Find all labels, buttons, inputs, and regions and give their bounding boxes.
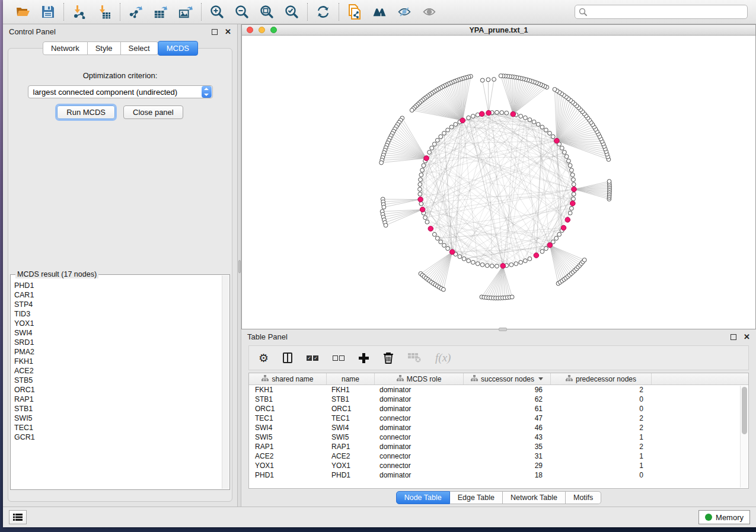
- graph-node[interactable]: [454, 123, 458, 127]
- table-cell[interactable]: dominator: [375, 404, 464, 414]
- delete-column-icon[interactable]: [383, 351, 394, 365]
- graph-node[interactable]: [479, 111, 484, 117]
- table-row[interactable]: SWI4SWI4dominator462: [249, 423, 748, 432]
- save-session-icon[interactable]: [41, 5, 55, 19]
- graph-node[interactable]: [548, 131, 552, 135]
- deselect-all-icon[interactable]: [333, 351, 344, 365]
- graph-node[interactable]: [419, 201, 423, 206]
- graph-node[interactable]: [563, 150, 567, 155]
- table-cell[interactable]: connector: [375, 414, 464, 423]
- graph-node[interactable]: [480, 78, 484, 82]
- graph-node[interactable]: [570, 168, 574, 172]
- graph-node[interactable]: [428, 226, 433, 232]
- table-cell[interactable]: 2: [551, 442, 652, 451]
- graph-node[interactable]: [492, 78, 496, 82]
- graph-node[interactable]: [499, 74, 503, 78]
- table-cell[interactable]: SWI5: [327, 432, 375, 442]
- graph-node[interactable]: [486, 110, 492, 116]
- mcds-result-item[interactable]: ACE2: [14, 366, 229, 376]
- tab-motifs[interactable]: Motifs: [566, 491, 601, 504]
- graph-edge[interactable]: [503, 266, 512, 297]
- graph-node[interactable]: [534, 253, 539, 258]
- table-cell[interactable]: connector: [375, 461, 464, 470]
- table-cell[interactable]: 2: [551, 385, 652, 395]
- import-table-icon[interactable]: [97, 5, 111, 19]
- task-history-button[interactable]: [9, 510, 27, 524]
- graph-node[interactable]: [418, 182, 422, 187]
- column-header-successor-nodes[interactable]: successor nodes: [464, 373, 551, 384]
- column-header-name[interactable]: name: [327, 373, 375, 384]
- graph-node[interactable]: [511, 111, 516, 117]
- graph-node[interactable]: [572, 178, 576, 182]
- table-cell[interactable]: 1: [551, 432, 652, 442]
- mcds-result-item[interactable]: STB5: [14, 376, 229, 385]
- graph-node[interactable]: [528, 118, 532, 122]
- graph-node[interactable]: [564, 155, 569, 159]
- table-cell[interactable]: 31: [464, 451, 551, 461]
- optimization-criterion-select[interactable]: largest connected component (undirected): [28, 85, 213, 98]
- table-cell[interactable]: dominator: [375, 470, 464, 480]
- graph-edge[interactable]: [385, 210, 422, 223]
- graph-node[interactable]: [528, 257, 532, 261]
- graph-node[interactable]: [544, 128, 548, 132]
- table-cell[interactable]: YOX1: [249, 461, 327, 470]
- graph-node[interactable]: [544, 246, 548, 251]
- column-header-shared-name[interactable]: shared name: [249, 373, 327, 384]
- export-network-icon[interactable]: [129, 5, 143, 19]
- table-cell[interactable]: ORC1: [327, 404, 375, 414]
- tab-network-table[interactable]: Network Table: [503, 491, 566, 504]
- graph-node[interactable]: [567, 159, 571, 163]
- graph-node[interactable]: [442, 243, 446, 248]
- graph-edge[interactable]: [505, 76, 513, 114]
- table-row[interactable]: TEC1TEC1connector472: [249, 414, 748, 423]
- graph-node[interactable]: [480, 263, 484, 267]
- graph-node[interactable]: [561, 225, 566, 230]
- graph-node[interactable]: [570, 201, 576, 206]
- graph-node[interactable]: [432, 232, 436, 236]
- graph-node[interactable]: [422, 164, 426, 168]
- graph-node[interactable]: [379, 161, 384, 165]
- graph-node[interactable]: [384, 223, 388, 227]
- float-panel-icon[interactable]: [212, 29, 218, 35]
- mcds-result-item[interactable]: SRD1: [14, 338, 229, 347]
- table-cell[interactable]: 1: [551, 461, 652, 470]
- table-cell[interactable]: 96: [464, 385, 551, 395]
- mcds-result-item[interactable]: PHD1: [14, 281, 229, 290]
- table-cell[interactable]: 2: [551, 414, 652, 423]
- graph-node[interactable]: [419, 173, 423, 177]
- graph-node[interactable]: [424, 156, 429, 161]
- graph-node[interactable]: [485, 264, 489, 268]
- mcds-result-item[interactable]: SWI4: [14, 328, 229, 338]
- graph-node[interactable]: [568, 211, 572, 215]
- graph-edge[interactable]: [398, 124, 426, 158]
- table-row[interactable]: SWI5SWI5connector431: [249, 432, 748, 442]
- table-cell[interactable]: STB1: [327, 395, 375, 404]
- graph-node[interactable]: [419, 178, 423, 182]
- table-cell[interactable]: YOX1: [327, 461, 375, 470]
- graph-node[interactable]: [554, 138, 560, 143]
- graph-node[interactable]: [486, 78, 490, 82]
- graph-node[interactable]: [460, 118, 465, 123]
- show-all-icon[interactable]: [422, 5, 436, 19]
- graph-node[interactable]: [439, 240, 443, 244]
- tab-select[interactable]: Select: [121, 41, 158, 55]
- graph-node[interactable]: [418, 197, 423, 202]
- close-table-panel-icon[interactable]: ✕: [744, 334, 750, 340]
- graph-node[interactable]: [540, 125, 544, 129]
- vertical-splitter[interactable]: [237, 24, 241, 507]
- graph-node[interactable]: [442, 131, 446, 135]
- select-all-icon[interactable]: ✓✓: [307, 351, 318, 365]
- graph-node[interactable]: [476, 262, 480, 266]
- table-cell[interactable]: 0: [551, 395, 652, 404]
- table-cell[interactable]: TEC1: [249, 414, 327, 423]
- graph-edge[interactable]: [503, 266, 508, 297]
- zoom-fit-icon[interactable]: [260, 5, 274, 19]
- graph-node[interactable]: [540, 249, 544, 254]
- graph-node[interactable]: [420, 168, 425, 172]
- graph-node[interactable]: [423, 216, 428, 220]
- graph-node[interactable]: [458, 255, 462, 259]
- graph-node[interactable]: [467, 116, 471, 120]
- network-graph[interactable]: [242, 36, 755, 329]
- graph-node[interactable]: [439, 134, 443, 139]
- graph-node[interactable]: [551, 134, 555, 139]
